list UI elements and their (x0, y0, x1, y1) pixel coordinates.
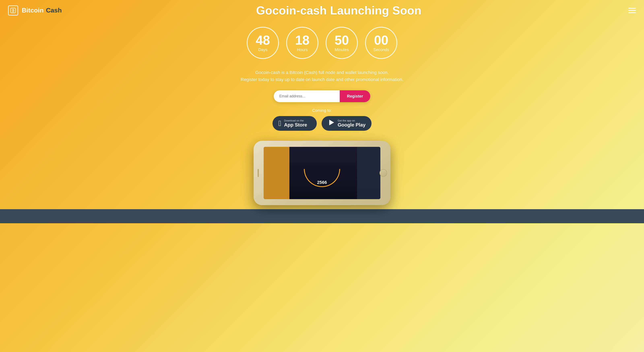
phone-body: 2566 (254, 141, 390, 205)
phone-screen: 2566 (264, 147, 380, 199)
google-play-small-text: Get the app on (338, 119, 355, 122)
app-store-button[interactable]:  Download on the App Store (272, 116, 317, 131)
hamburger-line-3 (628, 12, 636, 13)
app-store-big-text: App Store (284, 122, 307, 128)
bitcoin-icon: ₿ (8, 5, 18, 15)
countdown-days: 48 Days (247, 27, 279, 59)
coming-to-label: Coming to: (0, 108, 644, 113)
register-form: Register (274, 90, 370, 102)
description-line1: Gocoin-cash is a Bitcoin (Cash) full nod… (0, 69, 644, 76)
store-buttons-container:  Download on the App Store Get the app … (0, 116, 644, 131)
phone-section: 2566 (0, 141, 644, 209)
google-play-big-text: Google Play (338, 122, 366, 128)
email-input[interactable] (274, 90, 340, 102)
screen-left-panel (264, 147, 290, 199)
screen-number: 2566 (317, 180, 327, 185)
countdown-seconds: 00 Seconds (365, 27, 397, 59)
svg-marker-2 (329, 120, 334, 125)
screen-right-panel (357, 147, 380, 199)
countdown-seconds-label: Seconds (373, 47, 389, 52)
screen-content: 2566 (264, 147, 380, 199)
google-play-text: Get the app on Google Play (338, 119, 366, 128)
countdown-minutes: 50 Minutes (326, 27, 358, 59)
phone-speaker (258, 169, 259, 177)
register-section: Register (0, 90, 644, 102)
countdown-hours-number: 18 (295, 34, 309, 47)
coming-to-section: Coming to:  Download on the App Store G… (0, 108, 644, 131)
page-title: Gocoin-cash Launching Soon (42, 3, 636, 17)
app-store-small-text: Download on the (284, 119, 304, 122)
countdown-section: 48 Days 18 Hours 50 Minutes 00 Seconds (0, 27, 644, 59)
countdown-hours-label: Hours (297, 47, 308, 52)
countdown-minutes-number: 50 (334, 34, 349, 47)
google-play-button[interactable]: Get the app on Google Play (322, 116, 372, 131)
header: ₿ Bitcoin Cash Gocoin-cash Launching Soo… (0, 0, 644, 21)
hamburger-menu[interactable] (628, 8, 636, 13)
countdown-minutes-label: Minutes (335, 47, 349, 52)
hamburger-line-2 (628, 10, 636, 11)
countdown-seconds-number: 00 (374, 34, 388, 47)
phone-home-button (380, 169, 387, 177)
google-play-icon (328, 119, 335, 128)
register-button[interactable]: Register (340, 90, 370, 102)
hamburger-line-1 (628, 8, 636, 9)
description-line2: Register today to stay up to date on lau… (0, 76, 644, 83)
footer-bar (0, 209, 644, 223)
apple-icon:  (278, 119, 281, 128)
logo-bitcoin-text: Bitcoin (22, 7, 44, 14)
app-store-text: Download on the App Store (284, 119, 307, 128)
svg-text:₿: ₿ (12, 9, 14, 13)
countdown-days-number: 48 (256, 34, 270, 47)
countdown-days-label: Days (258, 47, 268, 52)
phone-mockup: 2566 (254, 141, 390, 209)
description-section: Gocoin-cash is a Bitcoin (Cash) full nod… (0, 69, 644, 83)
countdown-hours: 18 Hours (286, 27, 318, 59)
